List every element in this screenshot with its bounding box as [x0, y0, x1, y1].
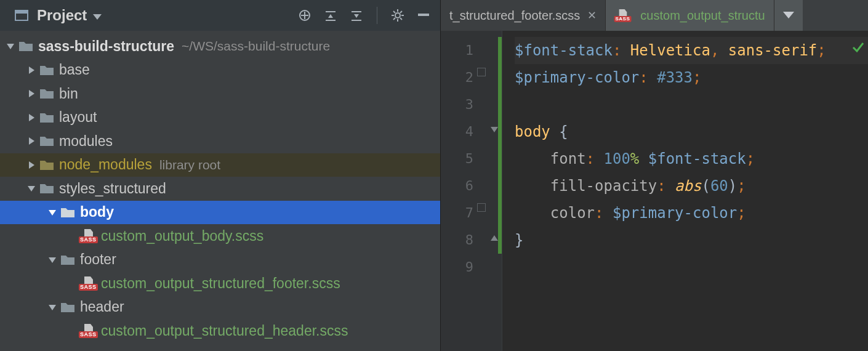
- code-line: }: [515, 227, 868, 254]
- editor-gutter[interactable]: 1 2 3 4 5 6 7 8 9: [441, 31, 502, 351]
- tree-node-path: ~/WS/sass-build-structure: [182, 39, 330, 54]
- settings-gear-icon[interactable]: [387, 5, 408, 26]
- chevron-right-icon[interactable]: [25, 66, 38, 75]
- svg-marker-2: [93, 14, 102, 20]
- tree-file-footer-scss[interactable]: SASS custom_output_structured_footer.scs…: [0, 272, 440, 296]
- code-editor[interactable]: $font-stack: Helvetica, sans-serif; $pri…: [502, 31, 868, 351]
- editor-area: t_structured_footer.scss ✕ SASS custom_o…: [441, 0, 868, 351]
- tree-node-bin[interactable]: bin: [0, 82, 440, 106]
- chevron-down-icon[interactable]: [46, 303, 59, 312]
- code-line: $primary-color: #333;: [515, 64, 868, 91]
- folder-icon: [60, 254, 75, 266]
- svg-marker-23: [29, 67, 34, 74]
- line-number: 3: [441, 91, 502, 118]
- svg-line-17: [393, 11, 395, 13]
- editor-tab-custom-output[interactable]: SASS custom_output_structu: [606, 0, 774, 31]
- svg-marker-28: [28, 186, 35, 192]
- tree-node-label: styles_structured: [59, 180, 166, 197]
- svg-marker-31: [49, 305, 56, 310]
- tree-node-label: layout: [59, 109, 97, 126]
- tree-node-label: base: [59, 62, 90, 78]
- chevron-down-icon[interactable]: [46, 256, 59, 264]
- folder-icon: [39, 111, 54, 124]
- project-tool-window: Project: [0, 0, 441, 351]
- line-number: 5: [441, 145, 502, 172]
- svg-marker-33: [491, 127, 498, 132]
- tree-node-hint: library root: [159, 158, 220, 172]
- line-number: 9: [441, 254, 502, 281]
- svg-marker-26: [29, 137, 34, 145]
- tree-node-label: body: [80, 204, 114, 220]
- tree-node-label: modules: [59, 133, 113, 150]
- tree-file-body-scss[interactable]: SASS custom_output_body.scss: [0, 224, 440, 248]
- collapse-all-icon[interactable]: [346, 5, 367, 26]
- tree-file-header-scss[interactable]: SASS custom_output_structured_header.scs…: [0, 319, 440, 343]
- svg-marker-7: [328, 14, 333, 18]
- tree-node-label: bin: [59, 86, 78, 102]
- chevron-down-icon[interactable]: [25, 184, 38, 193]
- chevron-down-icon[interactable]: [46, 208, 59, 217]
- chevron-right-icon[interactable]: [25, 161, 38, 169]
- folder-icon: [18, 40, 33, 52]
- inspection-ok-icon: [852, 39, 864, 57]
- svg-line-19: [393, 18, 395, 20]
- folder-icon: [39, 87, 54, 100]
- tree-node-body[interactable]: body: [0, 201, 440, 225]
- code-line: [515, 254, 868, 281]
- code-line: color: $primary-color;: [515, 200, 868, 227]
- folder-icon: [39, 135, 54, 147]
- svg-rect-1: [15, 10, 28, 14]
- breakpoint-gutter-marker[interactable]: [477, 203, 486, 212]
- more-tabs-chevron-icon[interactable]: [774, 0, 803, 31]
- svg-marker-30: [49, 257, 56, 263]
- editor-tab-footer[interactable]: t_structured_footer.scss ✕: [441, 0, 606, 31]
- sass-file-icon: SASS: [81, 325, 96, 337]
- project-window-icon: [11, 5, 32, 26]
- tree-node-layout[interactable]: layout: [0, 106, 440, 130]
- line-number: 7: [441, 200, 502, 227]
- svg-marker-24: [29, 90, 34, 97]
- line-number: 1: [441, 37, 502, 64]
- tree-node-footer[interactable]: footer: [0, 248, 440, 272]
- tree-node-label: node_modules: [59, 156, 152, 173]
- expand-all-icon[interactable]: [320, 5, 341, 26]
- code-line: [515, 91, 868, 118]
- editor-tabs: t_structured_footer.scss ✕ SASS custom_o…: [441, 0, 868, 31]
- folder-icon: [39, 182, 54, 195]
- chevron-right-icon[interactable]: [25, 89, 38, 98]
- sass-file-icon: SASS: [617, 10, 630, 21]
- chevron-down-icon[interactable]: [4, 42, 17, 50]
- svg-marker-29: [49, 210, 56, 216]
- tree-node-node-modules[interactable]: node_modules library root: [0, 153, 440, 177]
- svg-marker-10: [354, 14, 359, 18]
- code-line: font: 100% $font-stack;: [515, 145, 868, 172]
- tab-label: t_structured_footer.scss: [449, 9, 580, 23]
- svg-marker-34: [491, 235, 498, 241]
- tree-node-base[interactable]: base: [0, 58, 440, 83]
- fold-start-icon[interactable]: [489, 126, 499, 135]
- select-opened-file-icon[interactable]: [294, 5, 315, 26]
- hide-panel-icon[interactable]: [413, 5, 434, 26]
- chevron-right-icon[interactable]: [25, 137, 38, 145]
- chevron-right-icon[interactable]: [25, 113, 38, 122]
- project-panel-header: Project: [0, 0, 440, 31]
- folder-icon: [39, 159, 54, 171]
- folder-icon: [60, 206, 75, 219]
- tree-node-styles-structured[interactable]: styles_structured: [0, 177, 440, 201]
- svg-point-12: [395, 13, 400, 18]
- project-tree[interactable]: sass-build-structure ~/WS/sass-build-str…: [0, 31, 440, 351]
- project-view-dropdown-icon[interactable]: [93, 7, 102, 24]
- close-icon[interactable]: ✕: [587, 9, 597, 22]
- breakpoint-gutter-marker[interactable]: [477, 68, 486, 76]
- code-line: body {: [515, 118, 868, 145]
- tree-node-label: custom_output_body.scss: [101, 228, 263, 244]
- vcs-change-marker: [498, 37, 502, 254]
- tree-node-label: custom_output_structured_footer.scss: [101, 275, 340, 292]
- tree-node-header[interactable]: header: [0, 296, 440, 320]
- sass-file-icon: SASS: [81, 277, 96, 289]
- svg-marker-32: [783, 12, 794, 18]
- tree-root[interactable]: sass-build-structure ~/WS/sass-build-str…: [0, 34, 440, 58]
- tree-node-label: custom_output_structured_header.scss: [101, 323, 348, 339]
- tree-node-modules[interactable]: modules: [0, 129, 440, 153]
- fold-end-icon[interactable]: [489, 234, 499, 244]
